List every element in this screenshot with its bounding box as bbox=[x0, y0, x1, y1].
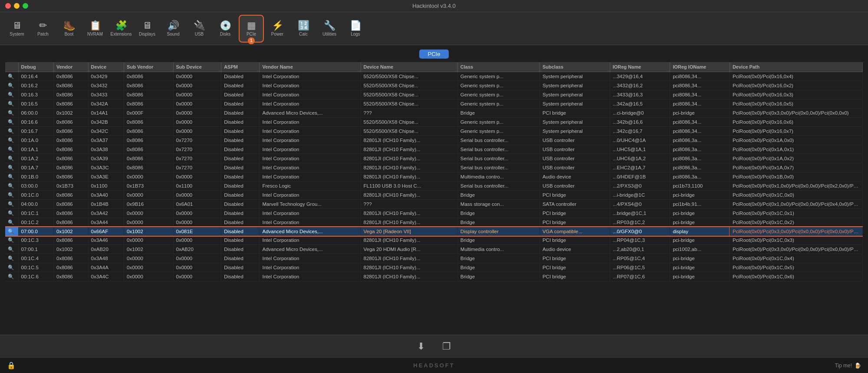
table-row[interactable]: 🔍00:16.20x80860x34320x80860x0000Disabled… bbox=[5, 81, 863, 90]
table-row[interactable]: 🔍00:1A.20x80860x3A390x80860x7270Disabled… bbox=[5, 154, 863, 163]
cell-sub_vendor: 0x8086 bbox=[124, 127, 173, 136]
table-row[interactable]: 🔍00:1C.20x80860x3A440x00000x0000Disabled… bbox=[5, 218, 863, 227]
toolbar-item-nvram[interactable]: 📋NVRAM bbox=[82, 15, 108, 43]
search-icon-cell[interactable]: 🔍 bbox=[5, 90, 18, 99]
table-row[interactable]: 🔍04:00.00x80860x1B4B0x9B160x6A01Disabled… bbox=[5, 200, 863, 209]
cell-device_path: PciRoot(0x0)/Pci(0x1C,0x2) bbox=[730, 218, 862, 227]
toolbar-item-disks[interactable]: 💿Disks bbox=[213, 15, 238, 43]
table-row[interactable]: 🔍00:1A.00x80860x3A370x80860x7270Disabled… bbox=[5, 136, 863, 145]
table-row[interactable]: 🔍07:00.10x10020xAB200x10020xAB20Disabled… bbox=[5, 245, 863, 254]
search-icon-cell[interactable]: 🔍 bbox=[5, 236, 18, 245]
table-row[interactable]: 🔍00:1C.50x80860x3A4A0x00000x0000Disabled… bbox=[5, 263, 863, 272]
table-container[interactable]: Debug Vendor Device Sub Vendor Sub Devic… bbox=[5, 62, 863, 335]
search-icon-cell[interactable]: 🔍 bbox=[5, 254, 18, 263]
usb-label: USB bbox=[195, 32, 204, 36]
download-button[interactable]: ⬇ bbox=[417, 341, 425, 352]
table-row[interactable]: 🔍00:1B.00x80860x3A3E0x00000x0000Disabled… bbox=[5, 172, 863, 182]
toolbar-item-patch[interactable]: ✏Patch bbox=[30, 15, 56, 43]
table-row[interactable]: 🔍00:16.50x80860x342A0x80860x0000Disabled… bbox=[5, 99, 863, 109]
table-row[interactable]: 🔍03:00.00x1B730x11000x1B730x1100Disabled… bbox=[5, 182, 863, 191]
cell-device_path: PciRoot(0x0)/Pci(0x1A,0x2) bbox=[730, 154, 862, 163]
table-row[interactable]: 🔍00:1C.30x80860x3A460x00000x0000Disabled… bbox=[5, 236, 863, 245]
toolbar-item-logs[interactable]: 📄Logs bbox=[343, 15, 368, 43]
toolbar-item-power[interactable]: ⚡Power bbox=[265, 15, 290, 43]
table-row[interactable]: 🔍00:1C.10x80860x3A420x00000x0000Disabled… bbox=[5, 209, 863, 218]
table-row[interactable]: 🔍06:00.00x10020x14A10x000F0x0000Disabled… bbox=[5, 109, 863, 118]
cell-device: 0x14A1 bbox=[88, 109, 124, 118]
cell-aspm: Disabled bbox=[221, 109, 260, 118]
table-row[interactable]: 🔍00:1A.10x80860x3A380x80860x7270Disabled… bbox=[5, 145, 863, 154]
cell-aspm: Disabled bbox=[221, 182, 260, 191]
search-icon-cell[interactable]: 🔍 bbox=[5, 172, 18, 182]
toolbar-item-system[interactable]: 🖥System bbox=[4, 15, 30, 43]
search-icon-cell[interactable]: 🔍 bbox=[5, 263, 18, 272]
search-icon-cell[interactable]: 🔍 bbox=[5, 72, 18, 81]
cell-class: Bridge bbox=[457, 209, 539, 218]
search-icon-cell[interactable]: 🔍 bbox=[5, 191, 18, 200]
search-icon-cell[interactable]: 🔍 bbox=[5, 81, 18, 90]
table-row[interactable]: 🔍07:00.00x10020x66AF0x10020x081EDisabled… bbox=[5, 227, 863, 236]
table-header-row: Debug Vendor Device Sub Vendor Sub Devic… bbox=[5, 62, 863, 72]
cell-debug: 00:16.7 bbox=[18, 127, 54, 136]
col-class: Class bbox=[457, 62, 539, 72]
patch-label: Patch bbox=[37, 32, 49, 36]
search-icon-cell[interactable]: 🔍 bbox=[5, 145, 18, 154]
toolbar-item-extensions[interactable]: 🧩Extensions bbox=[108, 15, 134, 43]
toolbar-item-pcie[interactable]: ▦PCIe1 bbox=[239, 15, 264, 43]
toolbar-item-usb[interactable]: 🔌USB bbox=[187, 15, 212, 43]
cell-debug: 00:1A.1 bbox=[18, 145, 54, 154]
table-row[interactable]: 🔍00:1C.00x80860x3A400x00000x0000Disabled… bbox=[5, 191, 863, 200]
search-icon-cell[interactable]: 🔍 bbox=[5, 227, 18, 236]
search-icon-cell[interactable]: 🔍 bbox=[5, 99, 18, 109]
search-icon-cell[interactable]: 🔍 bbox=[5, 200, 18, 209]
toolbar-item-displays[interactable]: 🖥Displays bbox=[135, 15, 160, 43]
table-row[interactable]: 🔍00:16.70x80860x342C0x80860x0000Disabled… bbox=[5, 127, 863, 136]
toolbar-item-calc[interactable]: 🔢Calc bbox=[291, 15, 316, 43]
pcie-header: PCIe bbox=[0, 45, 868, 62]
search-icon-cell[interactable]: 🔍 bbox=[5, 209, 18, 218]
search-icon-cell[interactable]: 🔍 bbox=[5, 245, 18, 254]
cell-class: Generic system p... bbox=[457, 72, 539, 81]
table-row[interactable]: 🔍00:16.60x80860x342B0x80860x0000Disabled… bbox=[5, 118, 863, 127]
search-icon-cell[interactable]: 🔍 bbox=[5, 127, 18, 136]
cell-subclass: PCI bridge bbox=[539, 272, 610, 281]
cell-ioreg_name: ...342c@16,7 bbox=[610, 127, 670, 136]
table-row[interactable]: 🔍00:1C.60x80860x3A4C0x00000x0000Disabled… bbox=[5, 272, 863, 281]
cell-debug: 00:1C.0 bbox=[18, 191, 54, 200]
cell-vendor_name: Advanced Micro Devices,... bbox=[260, 245, 361, 254]
toolbar-item-sound[interactable]: 🔊Sound bbox=[161, 15, 186, 43]
search-icon-cell[interactable]: 🔍 bbox=[5, 118, 18, 127]
cell-vendor: 0x8086 bbox=[54, 263, 89, 272]
logs-label: Logs bbox=[351, 32, 360, 36]
cell-vendor: 0x1002 bbox=[54, 245, 89, 254]
cell-ioreg_ioname: pci8086,3a... bbox=[670, 136, 730, 145]
table-row[interactable]: 🔍00:1C.40x80860x3A480x00000x0000Disabled… bbox=[5, 254, 863, 263]
search-icon-cell[interactable]: 🔍 bbox=[5, 163, 18, 172]
toolbar-item-boot[interactable]: 🥾Boot bbox=[56, 15, 82, 43]
cell-ioreg_name: ...RP07@1C,6 bbox=[610, 272, 670, 281]
toolbar-item-utilities[interactable]: 🔧Utilities bbox=[317, 15, 342, 43]
search-icon-cell[interactable]: 🔍 bbox=[5, 218, 18, 227]
minimize-button[interactable] bbox=[14, 3, 20, 9]
cell-device_name: 82801JI (ICH10 Family)... bbox=[361, 272, 457, 281]
search-icon-cell[interactable]: 🔍 bbox=[5, 154, 18, 163]
close-button[interactable] bbox=[5, 3, 11, 9]
cell-sub_device: 0x0000 bbox=[173, 90, 221, 99]
search-icon-cell[interactable]: 🔍 bbox=[5, 109, 18, 118]
cell-sub_vendor: 0x0000 bbox=[124, 209, 173, 218]
cell-device_name: 82801JI (ICH10 Family)... bbox=[361, 254, 457, 263]
table-row[interactable]: 🔍00:16.40x80860x34290x80860x0000Disabled… bbox=[5, 72, 863, 81]
cell-ioreg_name: ...UHC5@1A,1 bbox=[610, 145, 670, 154]
cell-ioreg_name: ...RP04@1C,3 bbox=[610, 236, 670, 245]
table-row[interactable]: 🔍00:1A.70x80860x3A3C0x80860x7270Disabled… bbox=[5, 163, 863, 172]
cell-aspm: Disabled bbox=[221, 136, 260, 145]
cell-device_name: 5520/5500/X58 Chipse... bbox=[361, 81, 457, 90]
search-icon-cell[interactable]: 🔍 bbox=[5, 272, 18, 281]
copy-button[interactable]: ❐ bbox=[442, 341, 451, 352]
table-row[interactable]: 🔍00:16.30x80860x34330x80860x0000Disabled… bbox=[5, 90, 863, 99]
cell-vendor_name: Intel Corporation bbox=[260, 154, 361, 163]
search-icon-cell[interactable]: 🔍 bbox=[5, 136, 18, 145]
search-icon-cell[interactable]: 🔍 bbox=[5, 182, 18, 191]
cell-device: 0x1100 bbox=[88, 182, 124, 191]
maximize-button[interactable] bbox=[23, 3, 28, 9]
